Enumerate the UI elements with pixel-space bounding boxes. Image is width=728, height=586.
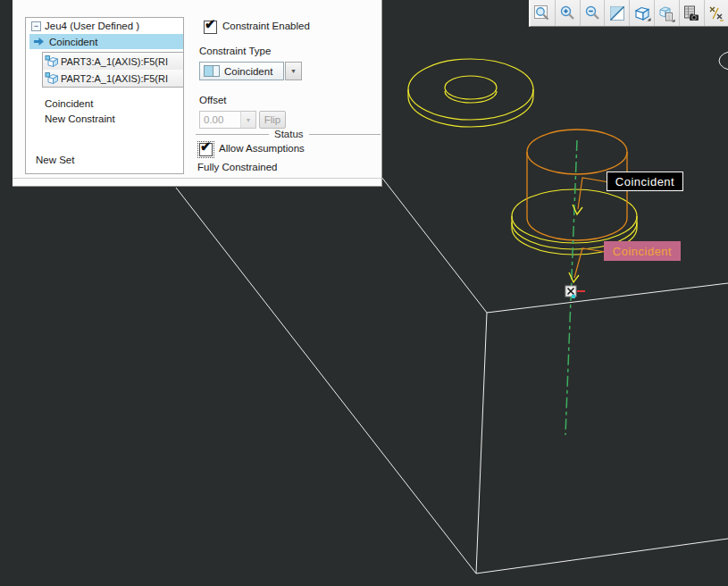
tree-item-new-constraint[interactable]: New Constraint [45,113,115,124]
constraint-tree: − Jeu4 (User Defined ) Coincident PART3:… [25,17,184,174]
constraint-type-value: Coincident [224,66,272,77]
dialog-bottom-divider [13,178,381,179]
zoom-out-icon [583,4,601,22]
offset-label: Offset [199,95,226,105]
constraint-type-label: Constraint Type [199,46,271,56]
constraint-tag-axis[interactable]: Coincident [607,172,683,191]
constraint-enabled-checkbox[interactable]: ✔ [204,21,217,34]
chevron-down-icon: ▼ [290,68,297,74]
reference-label: PART3:A_1(AXIS):F5(RI [61,56,168,67]
tree-item-coincident-selected[interactable]: Coincident [29,34,184,49]
allow-assumptions-label: Allow Assumptions [219,143,305,154]
csys-marker [565,286,585,298]
divider-line [196,134,269,135]
saved-views-button[interactable] [655,0,680,26]
repaint-icon [608,4,626,22]
coincident-type-icon [204,65,220,77]
status-group-divider: Status [196,128,381,140]
reference-label: PART2:A_1(AXIS):F5(RI [61,73,168,84]
zoom-region-icon [533,4,551,22]
saved-views-icon [657,4,675,22]
status-group-label: Status [274,129,304,139]
view-manager-button[interactable] [680,0,705,26]
allow-assumptions-row: ✔ Allow Assumptions [199,143,305,156]
zoom-in-icon [558,4,576,22]
display-style-button[interactable] [630,0,655,26]
reference-row-part2[interactable]: PART2:A_1(AXIS):F5(RI [42,70,184,88]
tree-root-label: Jeu4 (User Defined ) [45,21,139,31]
zoom-in-button[interactable] [556,0,581,26]
offset-value: 0.00 [200,114,240,125]
status-message: Fully Constrained [197,162,277,172]
datum-display-button[interactable] [705,0,728,26]
view-manager-icon [682,4,700,22]
placement-panel: − Jeu4 (User Defined ) Coincident PART3:… [13,0,382,187]
flip-button[interactable]: Flip [259,111,286,129]
zoom-region-button[interactable] [531,0,556,26]
part-icon [45,71,59,85]
chevron-down-icon[interactable]: ▼ [240,112,255,128]
datum-display-icon [707,4,725,22]
offset-input[interactable]: 0.00 ▼ [199,111,256,129]
tree-selected-label: Coincident [49,37,97,47]
view-toolbar [529,0,728,27]
check-icon: ✔ [205,16,216,32]
check-icon: ✔ [200,138,212,155]
tree-root-node[interactable]: − Jeu4 (User Defined ) [31,21,139,31]
tree-item-new-set[interactable]: New Set [36,155,74,165]
zoom-out-button[interactable] [581,0,606,26]
constraint-type-dropdown-button[interactable]: ▼ [285,62,302,80]
repaint-button[interactable] [605,0,630,26]
constraint-enabled-label: Constraint Enabled [222,21,310,31]
tree-item-constraint[interactable]: Coincident [45,98,93,109]
reference-row-part3[interactable]: PART3:A_1(AXIS):F5(RI [42,52,184,71]
display-style-cube-icon [633,4,651,22]
constraint-enabled-row: ✔ Constraint Enabled [204,21,310,34]
part-icon [45,54,59,68]
constraint-type-select[interactable]: Coincident [199,62,284,80]
current-constraint-arrow-icon [33,36,45,47]
collapse-icon[interactable]: − [31,21,41,31]
divider-line [309,134,381,135]
allow-assumptions-checkbox[interactable]: ✔ [199,143,213,156]
constraint-tag-surface[interactable]: Coincident [604,241,681,261]
washer-wireframe [408,59,533,127]
